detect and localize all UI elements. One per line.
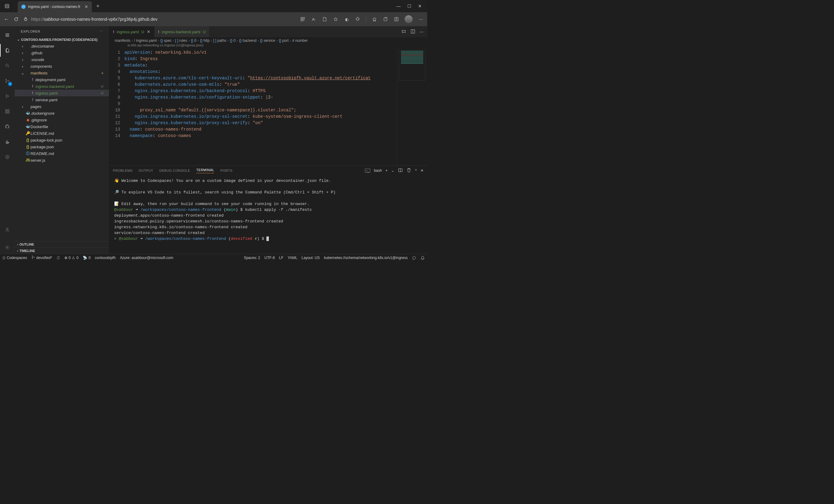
- docker-icon[interactable]: [0, 135, 15, 148]
- notifications-icon[interactable]: [420, 256, 425, 260]
- ports-status[interactable]: 📡0: [83, 256, 91, 260]
- close-window-icon[interactable]: ✕: [418, 4, 422, 8]
- tree-item-ingress-yaml[interactable]: !ingress.yamlU: [15, 90, 109, 96]
- close-tab-icon[interactable]: ✕: [147, 29, 150, 34]
- user-avatar[interactable]: [404, 15, 413, 23]
- tree-item-manifests[interactable]: ⌄manifests●: [15, 70, 109, 76]
- workspace-section[interactable]: ⌄ CONTOSO-NAMES-FRONTEND [CODESPACES]: [15, 36, 109, 43]
- editor-tab-ingress-yaml[interactable]: !ingress.yaml U ✕: [109, 26, 154, 37]
- tree-item-package-lock-json[interactable]: {}package-lock.json: [15, 137, 109, 144]
- editor-more-icon[interactable]: ⋯: [420, 29, 423, 34]
- account-icon[interactable]: [0, 223, 15, 236]
- maximize-panel-icon[interactable]: ^: [415, 169, 417, 173]
- tree-item-readme-md[interactable]: ⓘREADME.md: [15, 150, 109, 157]
- app-install-icon[interactable]: [300, 17, 305, 22]
- tree-item--gitignore[interactable]: ◆.gitignore: [15, 116, 109, 123]
- url-display[interactable]: https://sabbour-contoso-names-frontend-v…: [23, 17, 296, 22]
- kubernetes-icon[interactable]: [0, 151, 15, 163]
- tree-item--github[interactable]: ›.github: [15, 49, 109, 56]
- svg-point-17: [7, 156, 8, 157]
- eol-status[interactable]: LF: [279, 256, 284, 260]
- tree-item-components[interactable]: ›components: [15, 63, 109, 70]
- favorites-bar-icon[interactable]: [372, 17, 377, 22]
- panel-tab-output[interactable]: OUTPUT: [138, 169, 153, 172]
- new-terminal-icon[interactable]: +: [386, 169, 388, 173]
- git-branch-status[interactable]: devxified*: [31, 255, 52, 260]
- search-icon[interactable]: [0, 59, 15, 72]
- favorite-icon[interactable]: [333, 17, 338, 22]
- azure-status[interactable]: Azure: asabbour@microsoft.com: [120, 256, 173, 260]
- layout-status[interactable]: Layout: US: [302, 256, 320, 260]
- tree-item--dockerignore[interactable]: 🐳.dockerignore: [15, 110, 109, 116]
- tab-actions-icon[interactable]: [2, 2, 12, 11]
- timeline-section[interactable]: ›TIMELINE: [15, 247, 109, 254]
- debug-icon[interactable]: [0, 90, 15, 103]
- compare-icon[interactable]: [401, 29, 406, 35]
- code-editor[interactable]: 1234567891011121314 apiVersion: networki…: [109, 48, 427, 166]
- tree-item-service-yaml[interactable]: !service.yaml: [15, 96, 109, 103]
- github-icon[interactable]: [0, 120, 15, 133]
- menu-icon[interactable]: [0, 29, 15, 42]
- theme-icon[interactable]: ◐: [344, 17, 349, 22]
- explorer-menu-icon[interactable]: ⋯: [100, 29, 103, 33]
- extension-icon[interactable]: [355, 17, 360, 22]
- browser-tab[interactable]: ingress.yaml - contoso-names-fr ✕: [18, 1, 92, 12]
- close-panel-icon[interactable]: ✕: [420, 169, 423, 173]
- panel-tab-problems[interactable]: PROBLEMS: [113, 169, 132, 172]
- sync-status[interactable]: [57, 256, 60, 260]
- browser-tab-title: ingress.yaml - contoso-names-fr: [28, 5, 80, 9]
- feedback-icon[interactable]: [412, 256, 416, 260]
- panel-tab-ports[interactable]: PORTS: [220, 169, 233, 172]
- tree-item--vscode[interactable]: ›.vscode: [15, 56, 109, 63]
- explorer-icon[interactable]: [0, 44, 15, 57]
- editor-tab-ingress-backend-yaml[interactable]: !ingress-backend.yaml U: [154, 26, 210, 37]
- settings-gear-icon[interactable]: [0, 241, 15, 254]
- source-control-icon[interactable]: 2: [0, 74, 15, 87]
- minimap[interactable]: [397, 48, 427, 166]
- extensions-icon[interactable]: [0, 105, 15, 118]
- tree-item-package-json[interactable]: {}package.json: [15, 144, 109, 150]
- tree-item-license-md[interactable]: 🔑LICENSE.md: [15, 130, 109, 137]
- more-menu-icon[interactable]: ⋯: [418, 17, 423, 22]
- subscription-status[interactable]: contosobipfh: [95, 256, 116, 260]
- terminal-output[interactable]: 👋 Welcome to Codespaces! You are on a cu…: [109, 175, 427, 254]
- tree-item--devcontainer[interactable]: ›.devcontainer: [15, 43, 109, 49]
- text-size-icon[interactable]: A›: [311, 17, 316, 22]
- panel-tab-debug-console[interactable]: DEBUG CONSOLE: [159, 169, 190, 172]
- browser-profile-icon[interactable]: [394, 17, 399, 22]
- collections-icon[interactable]: [383, 17, 388, 22]
- split-editor-icon[interactable]: [411, 29, 415, 35]
- problems-status[interactable]: ⊗0⚠0: [64, 256, 79, 260]
- encoding-status[interactable]: UTF-8: [265, 256, 275, 260]
- svg-rect-13: [5, 110, 7, 111]
- new-tab-button[interactable]: +: [96, 3, 100, 9]
- tree-item-pages[interactable]: ›pages: [15, 103, 109, 110]
- panel-tab-terminal[interactable]: TERMINAL: [196, 168, 214, 173]
- outline-section[interactable]: ›OUTLINE: [15, 241, 109, 247]
- back-icon[interactable]: ←: [4, 17, 9, 22]
- svg-rect-0: [5, 4, 9, 8]
- tree-item-ingress-backend-yaml[interactable]: !ingress-backend.yamlU: [15, 83, 109, 90]
- minimize-icon[interactable]: —: [396, 4, 401, 8]
- schema-status[interactable]: kubernetes://schema/networking.k8s.io/v1…: [324, 256, 408, 260]
- tree-item-server-js[interactable]: JSserver.js: [15, 157, 109, 163]
- refresh-icon[interactable]: [14, 17, 19, 22]
- tree-item-deployment-yaml[interactable]: !deployment.yaml: [15, 76, 109, 83]
- activity-bar: 2: [0, 26, 15, 254]
- tree-item-dockerfile[interactable]: 🐳Dockerfile: [15, 123, 109, 130]
- svg-rect-5: [301, 20, 302, 21]
- breadcrumb[interactable]: manifests›! ingress.yaml›{} spec›[ ] rul…: [109, 37, 427, 43]
- kill-terminal-icon[interactable]: [407, 168, 411, 174]
- svg-point-22: [32, 256, 32, 256]
- language-status[interactable]: YAML: [288, 256, 298, 260]
- terminal-shell-icon[interactable]: ›_: [365, 169, 370, 173]
- split-terminal-icon[interactable]: [398, 168, 403, 174]
- browser-address-bar: ← https://sabbour-contoso-names-frontend…: [0, 12, 427, 26]
- spaces-status[interactable]: Spaces: 2: [244, 256, 260, 260]
- reading-icon[interactable]: [322, 17, 327, 22]
- close-tab-icon[interactable]: ✕: [85, 4, 88, 9]
- breadcrumb-schema: io.k8s.api.networking.v1.Ingress (v1@ing…: [109, 43, 427, 48]
- terminal-dropdown-icon[interactable]: ⌄: [391, 169, 394, 173]
- codespaces-status[interactable]: ⟨⟩Codespaces: [2, 256, 27, 260]
- maximize-icon[interactable]: ☐: [408, 4, 411, 8]
